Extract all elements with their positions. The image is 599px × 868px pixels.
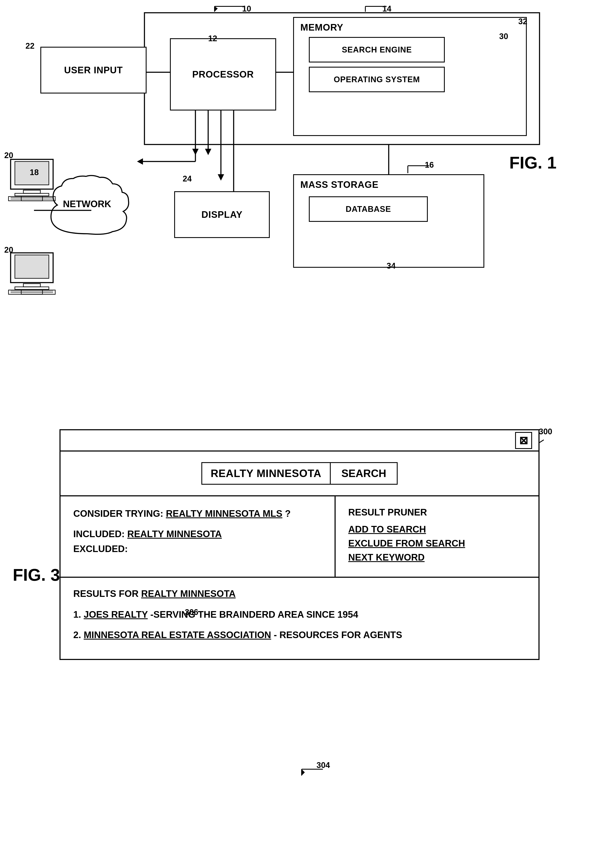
computer-terminal-bottom <box>4 251 59 298</box>
user-input-label: USER INPUT <box>64 65 123 75</box>
database-box: DATABASE <box>309 196 428 222</box>
consider-prefix: CONSIDER TRYING: <box>73 508 166 519</box>
ref-20b: 20 <box>4 246 13 255</box>
dialog-window: ⊠ REALTY MINNESOTA SEARCH CONSIDER TRYIN… <box>59 429 540 660</box>
fig1-label: FIG. 1 <box>509 153 557 173</box>
svg-rect-40 <box>23 284 41 287</box>
svg-rect-45 <box>9 290 55 294</box>
svg-marker-20 <box>215 6 218 12</box>
ref-300: 300 <box>539 427 552 436</box>
result-pruner-label: RESULT PRUNER <box>348 507 427 517</box>
svg-rect-41 <box>15 287 49 289</box>
processor-box: PROCESSOR <box>170 38 276 110</box>
search-button-label: SEARCH <box>341 467 386 479</box>
results-for-line: RESULTS FOR REALTY MINNESOTA <box>73 588 526 599</box>
ref-306: 306 <box>185 608 198 617</box>
result1-text: -SERVING THE BRAINDERD AREA SINCE 1954 <box>147 609 358 619</box>
consider-trying-line: CONSIDER TRYING: REALTY MINNESOTA MLS ? <box>73 507 322 520</box>
svg-rect-39 <box>15 255 49 278</box>
ref-12: 12 <box>208 34 217 43</box>
exclude-from-search-link[interactable]: EXCLUDE FROM SEARCH <box>348 538 526 549</box>
ref-20a: 20 <box>4 151 13 160</box>
display-label: DISPLAY <box>202 209 242 220</box>
fig1-diagram: USER INPUT PROCESSOR MEMORY SEARCH ENGIN… <box>0 0 599 404</box>
result-pruner-title: RESULT PRUNER <box>348 507 526 518</box>
ref-32: 32 <box>518 17 527 26</box>
ref-22: 22 <box>26 41 35 51</box>
consider-suffix: ? <box>282 508 290 519</box>
mass-storage-label: MASS STORAGE <box>300 179 379 190</box>
results-area: RESULTS FOR REALTY MINNESOTA 1. JOES REA… <box>60 578 539 659</box>
memory-label: MEMORY <box>300 22 343 33</box>
results-for-prefix: RESULTS FOR <box>73 588 141 599</box>
mass-storage-box: MASS STORAGE DATABASE <box>293 174 484 268</box>
close-icon: ⊠ <box>519 434 528 447</box>
svg-marker-55 <box>302 769 305 776</box>
left-panel: CONSIDER TRYING: REALTY MINNESOTA MLS ? … <box>60 496 336 577</box>
user-input-box: USER INPUT <box>41 47 147 93</box>
search-value: REALTY MINNESOTA <box>211 467 322 479</box>
ref-10: 10 <box>242 4 251 14</box>
network-cloud: NETWORK <box>34 174 140 247</box>
search-engine-label: SEARCH ENGINE <box>342 45 412 54</box>
included-prefix: INCLUDED: <box>73 529 127 539</box>
fig3-label: FIG. 3 <box>13 565 60 585</box>
included-line: INCLUDED: REALTY MINNESOTA <box>73 529 322 539</box>
add-to-search-link[interactable]: ADD TO SEARCH <box>348 524 526 535</box>
ref-34: 34 <box>387 261 396 270</box>
next-keyword-label: NEXT KEYWORD <box>348 552 424 562</box>
ref-24: 24 <box>183 174 191 183</box>
display-box: DISPLAY <box>174 191 270 238</box>
right-panel: RESULT PRUNER ADD TO SEARCH EXCLUDE FROM… <box>336 496 539 577</box>
results-for-link[interactable]: REALTY MINNESOTA <box>141 588 236 599</box>
ref-16: 16 <box>425 160 434 170</box>
search-engine-box: SEARCH ENGINE <box>309 37 445 62</box>
exclude-from-search-label: EXCLUDE FROM SEARCH <box>348 538 465 549</box>
result-item-1: 1. JOES REALTY -SERVING THE BRAINDERD AR… <box>73 607 526 621</box>
result-item-2: 2. MINNESOTA REAL ESTATE ASSOCIATION - R… <box>73 628 526 642</box>
ref-14: 14 <box>382 4 391 14</box>
dialog-titlebar: ⊠ <box>60 430 539 452</box>
result2-text: - RESOURCES FOR AGENTS <box>271 630 402 640</box>
included-link[interactable]: REALTY MINNESOTA <box>127 529 222 539</box>
ref-30: 30 <box>499 32 508 41</box>
fig3-section: FIG. 3 300 302 308 310 312 <box>0 412 599 677</box>
svg-marker-13 <box>218 174 224 181</box>
svg-marker-12 <box>205 149 211 155</box>
result2-link[interactable]: MINNESOTA REAL ESTATE ASSOCIATION <box>84 630 271 640</box>
close-button[interactable]: ⊠ <box>515 432 532 449</box>
operating-system-box: OPERATING SYSTEM <box>309 67 445 92</box>
dialog-content: CONSIDER TRYING: REALTY MINNESOTA MLS ? … <box>60 496 539 578</box>
database-label: DATABASE <box>346 205 391 214</box>
memory-box: MEMORY SEARCH ENGINE OPERATING SYSTEM <box>293 17 527 136</box>
consider-link[interactable]: REALTY MINNESOTA MLS <box>166 508 282 519</box>
processor-label: PROCESSOR <box>192 69 254 80</box>
search-button[interactable]: SEARCH <box>331 462 397 485</box>
operating-system-label: OPERATING SYSTEM <box>334 75 420 84</box>
search-input[interactable]: REALTY MINNESOTA <box>202 462 331 485</box>
svg-text:NETWORK: NETWORK <box>63 199 111 209</box>
result1-link[interactable]: JOES REALTY <box>84 609 148 619</box>
add-to-search-label: ADD TO SEARCH <box>348 524 426 534</box>
search-bar-row: REALTY MINNESOTA SEARCH <box>60 452 539 496</box>
svg-marker-27 <box>137 158 143 165</box>
ref-18: 18 <box>30 168 39 177</box>
next-keyword-link[interactable]: NEXT KEYWORD <box>348 552 526 563</box>
ref-304: 304 <box>316 761 330 770</box>
excluded-label: EXCLUDED: <box>73 544 128 554</box>
svg-marker-11 <box>192 149 199 155</box>
excluded-line: EXCLUDED: <box>73 544 322 554</box>
